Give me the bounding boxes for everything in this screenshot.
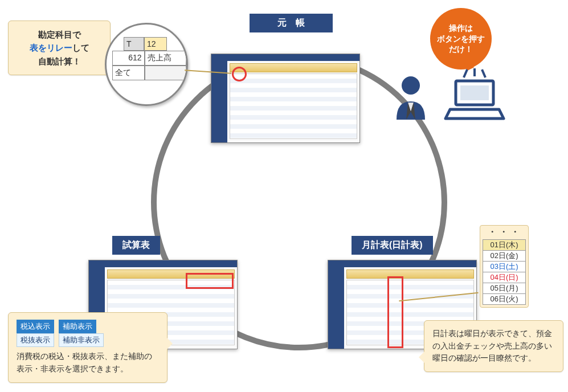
- tax-toggle-tags: 税込表示 補助表示 税抜表示 補助非表示: [17, 320, 108, 347]
- svg-point-0: [402, 76, 420, 95]
- callout-relay: 勘定科目で 表をリレーして 自動計算！: [8, 21, 111, 75]
- svg-line-3: [482, 70, 485, 77]
- callout-relay-line1: 勘定科目で: [17, 28, 102, 41]
- svg-rect-5: [460, 85, 489, 100]
- zoom-bubble-account: T 12 612 売上高 全て: [105, 23, 188, 106]
- callout-tax-toggle: 税込表示 補助表示 税抜表示 補助非表示 消費税の税込・税抜表示、また補助の表示…: [8, 312, 167, 383]
- speech-line3: だけ！: [449, 44, 473, 54]
- label-trial-balance: 試算表: [112, 236, 160, 255]
- speech-bubble: 操作は ボタンを押す だけ！: [430, 8, 492, 70]
- screenshot-ledger: [211, 54, 360, 143]
- tag-tax-excl[interactable]: 税抜表示: [17, 333, 54, 347]
- zoom-cell: T: [124, 37, 144, 51]
- callout-tax-text: 消費税の税込・税抜表示、また補助の表示・非表示を選択できます。: [17, 350, 159, 375]
- tag-tax-incl[interactable]: 税込表示: [17, 320, 54, 333]
- label-monthly-daily: 月計表(日計表): [352, 236, 433, 255]
- zoom-cell: 12: [144, 37, 167, 51]
- highlight-account-code-circle: [232, 67, 247, 81]
- weekday-list: ・・・ 01日(木)02日(金)03日(土)04日(日)05日(月)06日(火): [480, 225, 529, 308]
- zoom-account-code: 612: [112, 51, 145, 66]
- callout-weekday: 日計表は曜日が表示できて、預金の入出金チェックや売上高の多い曜日の確認が一目瞭然…: [424, 320, 563, 372]
- tag-sub-hide[interactable]: 補助非表示: [59, 333, 104, 347]
- label-ledger: 元 帳: [250, 14, 333, 32]
- callout-relay-blue: 表をリレー: [30, 43, 72, 52]
- person-icon: [391, 74, 431, 120]
- weekday-cell[interactable]: 06日(火): [483, 294, 526, 305]
- callout-relay-suffix: して: [72, 43, 89, 52]
- weekday-cell[interactable]: 02日(金): [483, 251, 526, 262]
- speech-line1: 操作は: [449, 23, 473, 32]
- speech-line2: ボタンを押す: [437, 34, 485, 43]
- highlight-tax-toggle-rect: [186, 273, 234, 289]
- weekday-cell[interactable]: 03日(土): [483, 262, 526, 272]
- callout-weekday-text: 日計表は曜日が表示できて、預金の入出金チェックや売上高の多い曜日の確認が一目瞭然…: [432, 328, 555, 365]
- callout-relay-line2: 表をリレーして: [17, 41, 102, 54]
- zoom-all: 全て: [112, 66, 145, 80]
- weekday-cell[interactable]: 01日(木): [483, 240, 526, 251]
- callout-relay-line3: 自動計算！: [17, 55, 102, 68]
- svg-line-1: [464, 70, 467, 77]
- weekday-list-dots: ・・・: [483, 229, 526, 239]
- laptop-icon: [443, 68, 506, 122]
- weekday-cell[interactable]: 05日(月): [483, 283, 526, 294]
- highlight-weekday-column-rect: [387, 276, 403, 348]
- zoom-account-name: 売上高: [145, 51, 186, 66]
- tag-sub-show[interactable]: 補助表示: [59, 320, 96, 333]
- zoom-cell: [145, 66, 186, 80]
- weekday-cell[interactable]: 04日(日): [483, 272, 526, 283]
